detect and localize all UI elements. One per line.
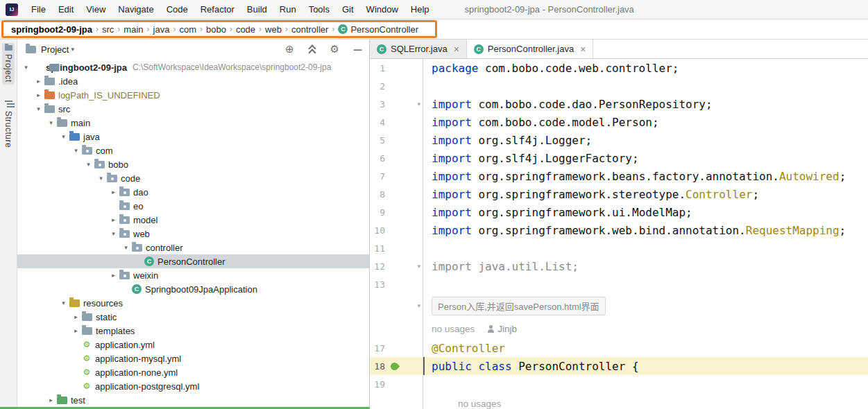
project-panel-title[interactable]: Project (41, 44, 69, 55)
chevron-right-icon[interactable]: ▸ (108, 272, 119, 279)
tree-row-static[interactable]: ▸static (17, 310, 369, 324)
tree-row-personcontroller[interactable]: CPersonController (17, 254, 369, 268)
tree-row-main[interactable]: ▾main (17, 116, 369, 130)
chevron-right-icon[interactable]: ▸ (108, 216, 119, 223)
editor-tab-sqlerror.java[interactable]: CSQLError.java× (370, 40, 467, 58)
breadcrumb-item-java[interactable]: java (152, 24, 171, 35)
tree-row-templates[interactable]: ▸templates (17, 324, 369, 338)
breadcrumb-item-src[interactable]: src (101, 24, 115, 35)
menu-view[interactable]: View (80, 0, 112, 19)
chevron-down-icon[interactable]: ▾ (108, 230, 119, 237)
chevron-down-icon[interactable]: ▾ (83, 161, 94, 168)
tree-row-test[interactable]: ▸test (17, 393, 369, 407)
tree-row-springboot09jpaapplication[interactable]: CSpringboot09JpaApplication (17, 282, 369, 296)
menu-refactor[interactable]: Refactor (194, 0, 241, 19)
chevron-down-icon[interactable]: ▾ (95, 175, 107, 182)
folded-comment[interactable]: Person入库,并返回savePerson.html界面 (432, 297, 606, 315)
line-number[interactable]: 19 (370, 379, 385, 390)
close-tab-icon[interactable]: × (454, 44, 459, 55)
breadcrumb-item-com[interactable]: com (178, 24, 198, 35)
code-editor[interactable]: 1package com.bobo.code.web.controller;23… (370, 59, 868, 409)
chevron-right-icon[interactable]: ▸ (33, 78, 44, 85)
tree-row-com[interactable]: ▾com (17, 143, 369, 157)
editor-tab-personcontroller.java[interactable]: CPersonController.java× (467, 40, 593, 58)
usages-inlay-hint[interactable]: no usages (432, 324, 475, 334)
tree-row-web[interactable]: ▾web (17, 227, 369, 241)
breadcrumb-item-springboot2-09-jpa[interactable]: springboot2-09-jpa (10, 24, 94, 35)
menu-help[interactable]: Help (405, 0, 436, 19)
chevron-right-icon[interactable]: ▸ (70, 313, 82, 320)
menu-git[interactable]: Git (336, 0, 360, 19)
line-number[interactable]: 1 (370, 63, 385, 73)
breadcrumb-item-personcontroller[interactable]: CPersonController (337, 24, 420, 35)
hide-panel-icon[interactable]: — (353, 45, 362, 54)
chevron-down-icon[interactable]: ▾ (20, 64, 32, 71)
menu-edit[interactable]: Edit (52, 0, 80, 19)
line-number[interactable]: 9 (370, 207, 385, 218)
usages-inlay-hint[interactable]: no usages (458, 399, 501, 409)
line-number[interactable]: 8 (370, 189, 385, 200)
tree-row-src[interactable]: ▾src (17, 102, 369, 116)
fold-region-icon[interactable]: ▾ (417, 302, 420, 309)
breadcrumb-item-web[interactable]: web (264, 24, 283, 35)
settings-gear-icon[interactable]: ⚙ (330, 44, 339, 55)
chevron-down-icon[interactable]: ▾ (58, 299, 69, 306)
spring-bean-icon[interactable] (389, 360, 400, 372)
menu-tools[interactable]: Tools (303, 0, 336, 19)
menu-file[interactable]: File (25, 0, 52, 19)
chevron-down-icon[interactable]: ▾ (45, 119, 57, 126)
line-number[interactable]: 4 (370, 117, 385, 128)
tree-row-application.yml[interactable]: ⚙application.yml (17, 338, 369, 351)
tree-row-resources[interactable]: ▾resources (17, 296, 369, 310)
menu-window[interactable]: Window (360, 0, 405, 19)
tree-row-application-mysql.yml[interactable]: ⚙application-mysql.yml (17, 351, 369, 365)
tool-stripe-structure[interactable]: Structure (2, 98, 15, 150)
line-number[interactable]: 3 (370, 99, 385, 110)
line-number[interactable]: 11 (370, 243, 385, 254)
tree-row-weixin[interactable]: ▸weixin (17, 268, 369, 282)
fold-region-icon[interactable]: ▾ (417, 263, 420, 270)
line-number[interactable]: 7 (370, 171, 385, 182)
tree-row-.idea[interactable]: ▸.idea (17, 74, 369, 88)
chevron-down-icon[interactable]: ▾ (58, 133, 69, 140)
menu-build[interactable]: Build (241, 0, 273, 19)
line-number[interactable]: 17 (370, 343, 385, 354)
line-number[interactable]: 6 (370, 153, 385, 164)
menu-navigate[interactable]: Navigate (112, 0, 160, 19)
tree-row-dao[interactable]: ▸dao (17, 185, 369, 199)
breadcrumb-item-code[interactable]: code (235, 24, 257, 35)
line-number[interactable]: 5 (370, 135, 385, 146)
chevron-right-icon[interactable]: ▸ (45, 397, 57, 403)
chevron-right-icon[interactable]: ▸ (108, 189, 119, 195)
breadcrumb-item-main[interactable]: main (122, 24, 144, 35)
tree-row-bobo[interactable]: ▾bobo (17, 157, 369, 171)
tool-stripe-project[interactable]: Project (2, 43, 15, 85)
chevron-down-icon[interactable]: ▾ (70, 147, 82, 154)
fold-region-icon[interactable]: ▾ (417, 101, 420, 107)
line-number[interactable]: 12 (370, 261, 385, 272)
tree-row-model[interactable]: ▸model (17, 213, 369, 227)
locate-file-icon[interactable]: ⊕ (285, 44, 294, 55)
author-inlay-hint[interactable]: Jinjb (487, 324, 517, 334)
tree-row-application-postgresql.yml[interactable]: ⚙application-postgresql.yml (17, 379, 369, 393)
menu-code[interactable]: Code (160, 0, 194, 19)
tree-row-code[interactable]: ▾code (17, 171, 369, 185)
close-tab-icon[interactable]: × (580, 44, 586, 55)
chevron-right-icon[interactable]: ▸ (33, 92, 44, 98)
chevron-right-icon[interactable]: ▸ (70, 327, 82, 334)
chevron-down-icon[interactable]: ▾ (71, 46, 74, 53)
line-number[interactable]: 10 (370, 225, 385, 236)
tree-row-logpath_is_undefined[interactable]: ▸logPath_IS_UNDEFINED (17, 88, 369, 102)
breadcrumb-item-controller[interactable]: controller (290, 24, 330, 35)
tree-row-java[interactable]: ▾java (17, 130, 369, 143)
chevron-down-icon[interactable]: ▾ (33, 105, 44, 112)
tree-row-springboot2-09-jpa[interactable]: ▾springboot2-09-jpaC:\SoftWorkspace\Idea… (17, 60, 369, 74)
tree-row-controller[interactable]: ▾controller (17, 241, 369, 254)
line-number[interactable]: 2 (370, 81, 385, 92)
breadcrumb-item-bobo[interactable]: bobo (205, 24, 228, 35)
chevron-down-icon[interactable]: ▾ (120, 244, 132, 251)
menu-run[interactable]: Run (273, 0, 303, 19)
line-number[interactable]: 18 (370, 361, 385, 372)
collapse-all-icon[interactable] (308, 45, 316, 54)
line-number[interactable]: 13 (370, 279, 385, 290)
